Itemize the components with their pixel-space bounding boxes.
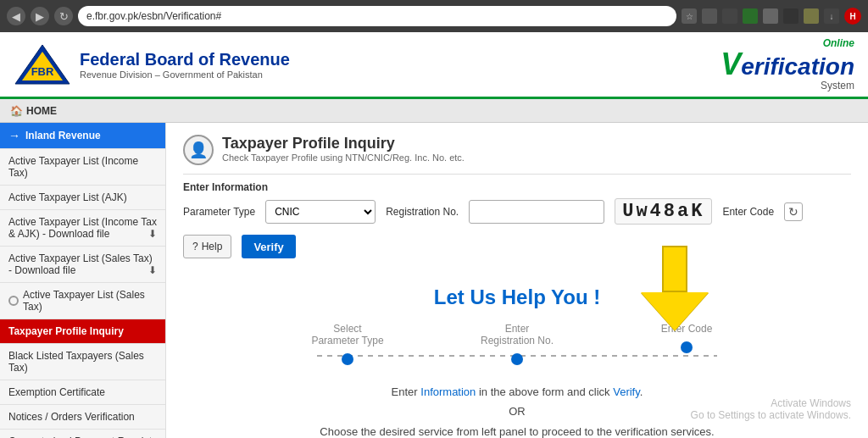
- ext-icon4: [763, 8, 778, 24]
- step-2-dot: [511, 353, 523, 365]
- help-choose-label: Choose the desired service from left pan…: [320, 425, 714, 438]
- sidebar-item-notices[interactable]: Notices / Orders Verification: [0, 405, 165, 430]
- captcha-display: Uw48aK: [615, 198, 712, 225]
- step-3: Enter Code: [602, 323, 771, 353]
- step-2-label: EnterRegistration No.: [432, 323, 602, 347]
- page-subtitle: Check Taxpayer Profile using NTN/CNIC/Re…: [222, 152, 465, 163]
- download-icon-1: ⬇: [148, 228, 157, 240]
- step-1-dot: [342, 353, 353, 365]
- svg-text:FBR: FBR: [31, 65, 54, 78]
- verification-title: Verification: [721, 49, 854, 80]
- ext-icon2: [722, 8, 737, 24]
- download-icon-2: ⬇: [148, 264, 157, 276]
- star-icon: ☆: [682, 8, 697, 24]
- ext-icon3: [743, 8, 758, 24]
- help-body-end: .: [640, 385, 643, 398]
- arrow-icon: →: [8, 129, 20, 142]
- sidebar-item-label: Inland Revenue: [25, 130, 101, 141]
- verify-button[interactable]: Verify: [242, 235, 295, 258]
- radio-icon-1: [8, 296, 19, 306]
- url-bar[interactable]: [78, 6, 676, 26]
- logo-area: FBR PAKISTAN Federal Board of Revenue Re…: [14, 43, 290, 86]
- step-2: EnterRegistration No.: [432, 323, 602, 365]
- forward-button[interactable]: ▶: [31, 7, 49, 25]
- step-1-label: SelectParameter Type: [263, 323, 432, 347]
- browser-icons: ☆ ↓ H: [682, 8, 861, 25]
- help-verify-link[interactable]: Verify: [613, 385, 640, 398]
- home-icon: 🏠: [10, 105, 23, 117]
- help-information-link[interactable]: Information: [420, 385, 476, 398]
- browser-chrome: ◀ ▶ ↻ ☆ ↓ H: [0, 0, 868, 32]
- profile-icon: H: [844, 8, 861, 25]
- download-icon: ↓: [824, 8, 839, 24]
- help-or-label: OR: [509, 405, 526, 418]
- enter-info-label: Enter Information: [183, 181, 851, 193]
- sidebar-item-cpr[interactable]: Computerized Payment Receipt (CPR): [0, 430, 165, 438]
- step-1: SelectParameter Type: [263, 323, 432, 365]
- verification-logo: Online Verification System: [721, 37, 854, 91]
- back-button[interactable]: ◀: [7, 7, 25, 25]
- steps-row: SelectParameter Type EnterRegistration N…: [183, 323, 851, 365]
- form-section: Enter Information Parameter Type CNIC NT…: [183, 181, 851, 258]
- help-body-mid: in the above form and click: [476, 385, 613, 398]
- page-wrapper: FBR PAKISTAN Federal Board of Revenue Re…: [0, 32, 868, 438]
- verification-system: System: [821, 80, 854, 91]
- sidebar-item-atl-income[interactable]: Active Taxpayer List (Income Tax): [0, 149, 165, 186]
- sidebar-item-inland-revenue[interactable]: → Inland Revenue: [0, 123, 165, 149]
- sidebar: → Inland Revenue Active Taxpayer List (I…: [0, 123, 166, 438]
- divider-1: [183, 174, 851, 175]
- home-nav[interactable]: 🏠 HOME: [10, 105, 57, 117]
- sidebar-item-atl-ajk[interactable]: Active Taxpayer List (AJK): [0, 186, 165, 210]
- registration-label: Registration No.: [386, 206, 459, 218]
- refresh-button[interactable]: ↻: [54, 7, 73, 25]
- help-button[interactable]: ? Help: [183, 235, 231, 258]
- page-title: Taxpayer Profile Inquiry Check Taxpayer …: [222, 135, 465, 163]
- refresh-captcha-button[interactable]: ↻: [784, 202, 803, 221]
- org-name: Federal Board of Revenue Revenue Divisio…: [80, 50, 290, 80]
- sidebar-item-atl-sales[interactable]: Active Taxpayer List (Sales Tax): [0, 283, 165, 319]
- page-title-row: 👤 Taxpayer Profile Inquiry Check Taxpaye…: [183, 135, 851, 165]
- form-row: Parameter Type CNIC NTN Reg. Inc. No. Re…: [183, 198, 851, 258]
- main-content: 👤 Taxpayer Profile Inquiry Check Taxpaye…: [166, 123, 868, 438]
- ext-icon5: [783, 8, 798, 24]
- page-heading: Taxpayer Profile Inquiry: [222, 135, 465, 152]
- parameter-type-select[interactable]: CNIC NTN Reg. Inc. No.: [265, 200, 376, 224]
- profile-inquiry-icon: 👤: [183, 135, 214, 165]
- registration-input[interactable]: [469, 200, 604, 224]
- step-3-label: Enter Code: [602, 323, 771, 335]
- svg-text:PAKISTAN: PAKISTAN: [34, 80, 50, 85]
- content-area: → Inland Revenue Active Taxpayer List (I…: [0, 123, 868, 438]
- sidebar-item-blacklisted[interactable]: Black Listed Taxpayers (Sales Tax): [0, 344, 165, 380]
- activate-watermark: Activate Windows Go to Settings to activ…: [691, 397, 851, 421]
- sidebar-item-atl-income-ajk[interactable]: Active Taxpayer List (Income Tax & AJK) …: [0, 210, 165, 247]
- ext-icon1: [702, 8, 717, 24]
- header: FBR PAKISTAN Federal Board of Revenue Re…: [0, 32, 868, 99]
- step-3-dot: [681, 341, 693, 353]
- sidebar-item-atl-sales-download[interactable]: Active Taxpayer List (Sales Tax) - Downl…: [0, 247, 165, 283]
- help-title: Let Us Help You !: [183, 286, 851, 309]
- activate-line1: Activate Windows: [691, 397, 851, 409]
- nav-bar: 🏠 HOME: [0, 99, 868, 123]
- activate-line2: Go to Settings to activate Windows.: [691, 409, 851, 421]
- parameter-type-label: Parameter Type: [183, 206, 255, 218]
- org-title: Federal Board of Revenue: [80, 50, 290, 69]
- online-label: Online: [823, 37, 854, 49]
- help-icon: ?: [192, 241, 198, 252]
- enter-code-label: Enter Code: [722, 206, 774, 218]
- sidebar-item-taxpayer-profile[interactable]: Taxpayer Profile Inquiry: [0, 319, 165, 344]
- org-subtitle: Revenue Division – Government of Pakista…: [80, 69, 290, 80]
- sidebar-item-exemption[interactable]: Exemption Certificate: [0, 380, 165, 405]
- home-label: HOME: [26, 105, 57, 117]
- fbr-logo: FBR PAKISTAN: [14, 43, 71, 86]
- help-body-prefix: Enter: [392, 385, 421, 398]
- ext-icon6: [804, 8, 819, 24]
